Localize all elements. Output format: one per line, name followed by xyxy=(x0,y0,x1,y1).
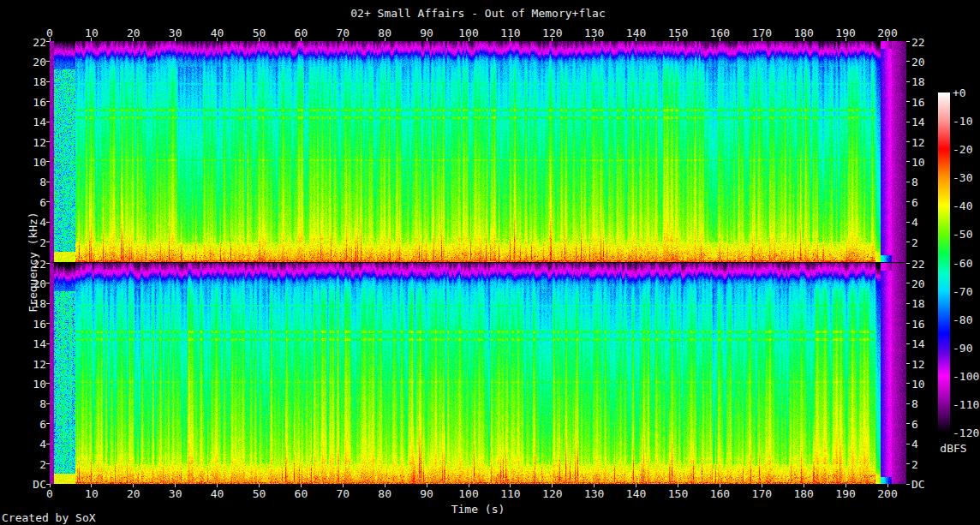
freq-tick-label: 22 xyxy=(22,36,46,47)
time-tick-mark xyxy=(887,484,888,487)
freq-tick-label: 14 xyxy=(22,116,46,128)
time-tick-mark xyxy=(510,484,511,487)
time-tick-mark xyxy=(636,484,636,487)
freq-tick-label: 14 xyxy=(911,116,925,128)
time-tick-label: 70 xyxy=(336,488,350,499)
freq-tick-mark xyxy=(906,343,910,344)
freq-tick-label: DC xyxy=(22,479,46,490)
time-tick-label: 10 xyxy=(85,488,99,499)
freq-tick-label: 22 xyxy=(911,36,925,47)
colorbar-tick-label: -70 xyxy=(953,285,972,296)
time-tick-label: 20 xyxy=(127,488,140,499)
time-tick-mark xyxy=(678,38,678,41)
created-by-credit: Created by SoX xyxy=(2,512,96,523)
freq-tick-mark xyxy=(906,101,910,102)
freq-tick-mark xyxy=(46,81,50,82)
time-tick-mark xyxy=(301,484,302,487)
freq-tick-mark xyxy=(46,403,50,404)
freq-tick-label: 12 xyxy=(22,136,46,147)
time-tick-label: 150 xyxy=(668,488,688,499)
time-tick-mark xyxy=(133,38,134,41)
freq-tick-label: 2 xyxy=(911,458,918,469)
freq-tick-label: DC xyxy=(911,479,925,490)
time-tick-label: 0 xyxy=(46,488,53,499)
spectrogram-panel-2 xyxy=(50,263,906,484)
freq-tick-label: 2 xyxy=(911,236,918,248)
freq-tick-mark xyxy=(906,383,910,384)
time-tick-mark xyxy=(259,484,260,487)
freq-tick-label: 8 xyxy=(22,398,46,409)
colorbar-tick-label: -20 xyxy=(953,144,972,155)
freq-tick-mark xyxy=(906,222,910,223)
colorbar-tick-label: -80 xyxy=(953,313,972,325)
time-tick-label: 30 xyxy=(169,488,182,499)
colorbar-tick-label: -10 xyxy=(953,116,972,127)
freq-tick-label: 8 xyxy=(22,176,46,188)
freq-tick-mark xyxy=(46,141,50,142)
freq-tick-label: 12 xyxy=(22,358,46,369)
freq-tick-mark xyxy=(46,383,50,384)
freq-tick-label: 6 xyxy=(22,196,46,207)
freq-tick-mark xyxy=(906,303,910,304)
freq-tick-mark xyxy=(46,201,50,202)
time-tick-mark xyxy=(846,484,846,487)
freq-tick-mark xyxy=(906,423,910,424)
time-tick-mark xyxy=(552,484,553,487)
colorbar-tick-label: -40 xyxy=(953,200,972,212)
time-tick-mark xyxy=(804,38,804,41)
freq-tick-label: 12 xyxy=(911,358,925,369)
time-tick-mark xyxy=(678,484,678,487)
colorbar-tick-label: -100 xyxy=(953,370,979,381)
time-tick-label: 140 xyxy=(626,488,646,499)
freq-tick-mark xyxy=(906,182,910,182)
freq-tick-mark xyxy=(46,484,50,485)
time-tick-label: 100 xyxy=(458,488,478,499)
time-tick-mark xyxy=(427,484,427,487)
colorbar-tick-label: -60 xyxy=(953,257,972,268)
freq-tick-label: 2 xyxy=(22,458,46,469)
freq-tick-label: 14 xyxy=(911,338,925,349)
time-tick-label: 90 xyxy=(420,488,433,499)
freq-tick-mark xyxy=(906,263,910,264)
freq-tick-label: 22 xyxy=(911,258,925,269)
spectrogram-window: 02+ Small Affairs - Out of Memory+flac 0… xyxy=(0,0,980,525)
freq-tick-label: 14 xyxy=(22,338,46,349)
time-tick-label: 60 xyxy=(295,488,308,499)
time-tick-label: 200 xyxy=(877,488,897,499)
y-axis-label: Frequency (kHz) xyxy=(27,212,39,312)
freq-tick-mark xyxy=(46,343,50,344)
time-tick-label: 190 xyxy=(835,488,855,499)
freq-tick-label: 4 xyxy=(911,438,918,450)
time-tick-mark xyxy=(887,38,888,41)
freq-tick-mark xyxy=(906,403,910,404)
time-tick-mark xyxy=(594,38,595,41)
freq-tick-mark xyxy=(906,41,910,42)
colorbar-tick-label: -50 xyxy=(953,229,972,240)
freq-tick-label: 10 xyxy=(911,156,925,167)
freq-tick-mark xyxy=(906,484,910,485)
freq-tick-mark xyxy=(46,182,50,182)
colorbar-tick-label: -30 xyxy=(953,172,972,183)
time-tick-mark xyxy=(133,484,134,487)
time-tick-label: 130 xyxy=(584,488,604,499)
time-tick-mark xyxy=(762,38,762,41)
freq-tick-mark xyxy=(46,61,50,62)
freq-tick-label: 10 xyxy=(911,378,925,389)
freq-tick-mark xyxy=(46,41,50,42)
time-tick-mark xyxy=(301,38,302,41)
time-tick-mark xyxy=(259,38,260,41)
freq-tick-mark xyxy=(906,161,910,162)
freq-tick-mark xyxy=(46,463,50,464)
time-tick-label: 120 xyxy=(542,488,562,499)
freq-tick-label: 8 xyxy=(911,398,918,409)
time-tick-mark xyxy=(469,484,469,487)
freq-tick-mark xyxy=(906,61,910,62)
freq-tick-mark xyxy=(906,242,910,242)
chart-title: 02+ Small Affairs - Out of Memory+flac xyxy=(350,8,605,19)
time-tick-mark xyxy=(636,38,636,41)
time-tick-mark xyxy=(217,484,218,487)
time-tick-mark xyxy=(50,484,51,487)
time-tick-mark xyxy=(720,38,720,41)
time-tick-mark xyxy=(469,38,469,41)
time-tick-mark xyxy=(343,38,344,41)
